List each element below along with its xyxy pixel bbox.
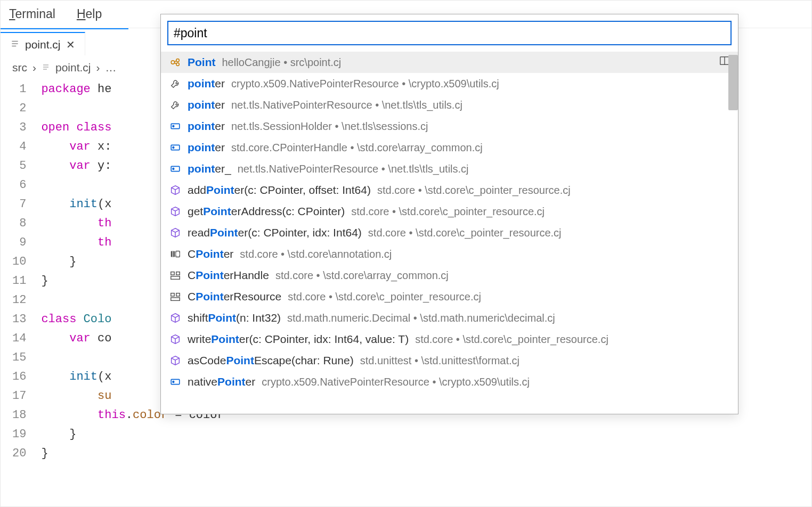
palette-result[interactable]: CPointer std.core • \std.core\annotation… [161, 243, 738, 265]
result-detail: crypto.x509.NativePointerResource • \cry… [231, 78, 499, 90]
result-detail: std.core.CPointerHandle • \std.core\arra… [231, 142, 483, 154]
palette-result[interactable]: shiftPoint(n: Int32) std.math.numeric.De… [161, 307, 738, 329]
result-detail: std.math.numeric.Decimal • \std.math.num… [287, 312, 555, 324]
palette-result[interactable]: addPointer(c: CPointer, offset: Int64) s… [161, 179, 738, 201]
sym-class-icon [169, 397, 181, 409]
close-icon[interactable]: ✕ [66, 38, 75, 51]
result-label: NativePointerResource [188, 397, 305, 410]
struct2-icon [169, 291, 181, 302]
breadcrumb-seg[interactable]: point.cj [55, 61, 91, 74]
palette-result[interactable]: CPointerHandle std.core • \std.core\arra… [161, 265, 738, 286]
result-detail: net.tls.NativePointerResource • \net.tls… [238, 163, 469, 175]
svg-rect-17 [171, 298, 180, 301]
menu-terminal[interactable]: Terminal [5, 5, 60, 23]
palette-result[interactable]: CPointerResource std.core • \std.core\c_… [161, 286, 738, 307]
palette-result[interactable]: getPointerAddress(c: CPointer) std.core … [161, 201, 738, 222]
svg-point-20 [171, 402, 174, 405]
sym-class-icon [169, 56, 181, 68]
palette-result[interactable]: writePointer(c: CPointer, idx: Int64, va… [161, 329, 738, 350]
result-label: asCodePointEscape(char: Rune) [188, 354, 354, 367]
svg-point-19 [173, 381, 174, 383]
result-detail: std.core • \std.core\c_pointer_resource.… [351, 206, 545, 218]
cube-icon [169, 227, 181, 239]
wrench-icon [169, 99, 181, 111]
wrench-icon [169, 78, 181, 89]
svg-point-1 [176, 59, 180, 62]
chevron-right-icon: › [96, 61, 100, 74]
svg-point-5 [173, 126, 174, 127]
cube-icon [169, 333, 181, 345]
field-icon [169, 120, 181, 132]
palette-results: Point helloCangjie • src\point.cjpointer… [161, 52, 738, 414]
palette-result[interactable]: pointer std.core.CPointerHandle • \std.c… [161, 137, 738, 158]
result-detail: std.core • \std.core\c_pointer_resource.… [377, 184, 571, 197]
file-icon [10, 38, 20, 51]
result-label: CPointer [188, 248, 233, 260]
cube-icon [169, 206, 181, 217]
line-gutter: 1234567891011121314151617181920 [12, 80, 41, 463]
result-label: CPointerHandle [188, 269, 269, 282]
result-label: nativePointer [188, 375, 255, 388]
svg-point-0 [171, 61, 174, 64]
struct-icon [169, 248, 181, 260]
result-detail: crypto.x509 • \crypto.x509\utils.cj [312, 397, 467, 410]
result-detail: std.core • \std.core\array_common.cj [275, 269, 449, 282]
svg-point-21 [176, 400, 180, 403]
result-label: readPointer(c: CPointer, idx: Int64) [188, 226, 362, 239]
breadcrumb-seg[interactable]: … [105, 61, 117, 74]
result-detail: net.tls.SessionHolder • \net.tls\session… [231, 120, 428, 133]
result-detail: std.core • \std.core\c_pointer_resource.… [288, 291, 481, 303]
result-label: pointer [188, 77, 225, 90]
svg-point-9 [173, 168, 174, 170]
field-icon [169, 142, 181, 153]
palette-result[interactable]: pointer net.tls.NativePointerResource • … [161, 94, 738, 116]
palette-result[interactable]: pointer net.tls.SessionHolder • \net.tls… [161, 116, 738, 137]
result-label: writePointer(c: CPointer, idx: Int64, va… [188, 333, 409, 346]
command-palette: Point helloCangjie • src\point.cjpointer… [160, 14, 738, 414]
palette-result[interactable]: nativePointer crypto.x509.NativePointerR… [161, 371, 738, 392]
palette-input[interactable] [167, 21, 732, 45]
breadcrumb-seg[interactable]: src [12, 61, 27, 74]
field-icon [169, 376, 181, 388]
palette-result[interactable]: Point helloCangjie • src\point.cj [161, 52, 738, 73]
cube-icon [169, 312, 181, 324]
svg-rect-16 [176, 293, 180, 297]
result-label: pointer [188, 141, 225, 154]
result-detail: std.core • \std.core\c_pointer_resource.… [415, 333, 608, 346]
result-detail: crypto.x509.NativePointerResource • \cry… [262, 376, 530, 388]
result-detail: net.tls.NativePointerResource • \net.tls… [231, 99, 462, 111]
palette-result[interactable]: readPointer(c: CPointer, idx: Int64) std… [161, 222, 738, 243]
result-label: pointer [188, 99, 225, 111]
menu-help[interactable]: Help [72, 5, 106, 23]
result-detail: std.core • \std.core\c_pointer_resource.… [368, 227, 562, 239]
svg-point-7 [173, 147, 174, 149]
cube-icon [169, 355, 181, 366]
svg-rect-12 [171, 272, 174, 275]
file-icon [42, 61, 50, 74]
result-detail: std.unittest • \std.unittest\format.cj [360, 355, 519, 367]
svg-point-22 [176, 404, 180, 407]
palette-scrollbar[interactable] [728, 55, 738, 110]
svg-rect-13 [176, 272, 180, 275]
struct2-icon [169, 269, 181, 281]
palette-result[interactable]: pointer crypto.x509.NativePointerResourc… [161, 73, 738, 94]
svg-point-2 [176, 63, 180, 66]
result-label: pointer [188, 120, 225, 133]
palette-result[interactable]: asCodePointEscape(char: Rune) std.unitte… [161, 350, 738, 371]
result-label: pointer_ [188, 162, 231, 175]
cube-icon [169, 184, 181, 196]
chevron-right-icon: › [33, 61, 36, 74]
result-label: shiftPoint(n: Int32) [188, 312, 281, 324]
result-label: getPointerAddress(c: CPointer) [188, 205, 345, 218]
result-label: addPointer(c: CPointer, offset: Int64) [188, 184, 371, 197]
field-icon [169, 163, 181, 175]
result-detail: std.core • \std.core\annotation.cj [240, 248, 392, 260]
tab-label: point.cj [25, 38, 61, 51]
svg-rect-14 [171, 276, 180, 280]
result-label: Point [188, 56, 216, 69]
palette-result[interactable]: pointer_ net.tls.NativePointerResource •… [161, 158, 738, 179]
svg-rect-15 [171, 293, 174, 297]
result-label: CPointerResource [188, 290, 281, 303]
tab-point-cj[interactable]: point.cj ✕ [1, 32, 85, 55]
result-detail: helloCangjie • src\point.cj [222, 56, 342, 69]
